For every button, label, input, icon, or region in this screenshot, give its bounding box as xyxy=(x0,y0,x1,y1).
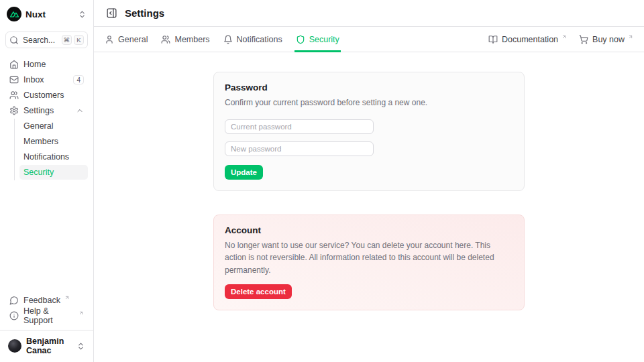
password-card: Password Confirm your current password b… xyxy=(213,72,525,191)
sidebar-item-label: Settings xyxy=(23,106,54,115)
tab-label: Notifications xyxy=(237,35,282,44)
speech-bubble-icon xyxy=(9,296,19,305)
account-card: Account No longer want to use our servic… xyxy=(213,215,525,311)
external-link-icon xyxy=(628,34,633,40)
sub-item-label: Members xyxy=(23,137,58,146)
mail-icon xyxy=(9,75,19,84)
footer-item-label: Help & Support xyxy=(23,306,74,325)
shopping-cart-icon xyxy=(579,35,588,44)
header-link-label: Buy now xyxy=(592,35,625,44)
header-links: Documentation Buy now xyxy=(488,27,633,52)
avatar xyxy=(8,339,21,353)
chevron-up-icon xyxy=(76,107,84,115)
sidebar-item-label: Customers xyxy=(23,90,64,100)
search-icon xyxy=(9,36,19,45)
users-icon xyxy=(161,35,170,44)
footer-item-label: Feedback xyxy=(23,296,60,305)
tab-security[interactable]: Security xyxy=(296,27,339,52)
shield-icon xyxy=(296,35,305,44)
house-icon xyxy=(9,60,19,69)
account-card-description: No longer want to use our service? You c… xyxy=(225,239,513,277)
settings-subnav: General Members Notifications Security xyxy=(14,119,88,180)
password-card-title: Password xyxy=(225,82,513,93)
new-password-field[interactable] xyxy=(225,141,374,156)
sidebar-item-general[interactable]: General xyxy=(19,119,88,133)
tab-label: General xyxy=(118,35,148,44)
kbd-cmd: ⌘ xyxy=(62,35,72,45)
update-password-button[interactable]: Update xyxy=(225,165,263,180)
collapse-sidebar-icon[interactable] xyxy=(105,7,118,20)
sidebar: Nuxt Search... ⌘ K Home xyxy=(0,0,94,362)
user-icon xyxy=(105,35,114,44)
search-input[interactable]: Search... ⌘ K xyxy=(5,32,88,48)
chevrons-up-down-icon xyxy=(78,10,87,19)
page-title: Settings xyxy=(125,7,164,19)
help-support-link[interactable]: Help & Support xyxy=(5,308,88,323)
inbox-count-badge: 4 xyxy=(73,75,84,84)
external-link-icon xyxy=(64,295,70,300)
sidebar-item-label: Inbox xyxy=(23,75,44,84)
sidebar-item-inbox[interactable]: Inbox 4 xyxy=(5,72,88,87)
sidebar-item-customers[interactable]: Customers xyxy=(5,88,88,103)
sidebar-item-home[interactable]: Home xyxy=(5,57,88,72)
user-menu[interactable]: Benjamin Canac xyxy=(5,330,88,357)
external-link-icon xyxy=(561,34,567,40)
sidebar-item-notifications[interactable]: Notifications xyxy=(19,149,88,164)
settings-security-panel: Password Confirm your current password b… xyxy=(94,52,644,362)
feedback-link[interactable]: Feedback xyxy=(5,293,88,308)
tab-general[interactable]: General xyxy=(105,27,148,52)
search-shortcut: ⌘ K xyxy=(62,35,85,45)
user-name: Benjamin Canac xyxy=(26,337,72,355)
page-header: Settings xyxy=(94,0,644,27)
sidebar-spacer xyxy=(5,180,88,293)
tab-bar: General Members Notifications Security xyxy=(94,27,644,52)
delete-account-button[interactable]: Delete account xyxy=(225,284,292,299)
tab-label: Security xyxy=(309,35,339,44)
password-card-description: Confirm your current password before set… xyxy=(225,97,513,109)
sidebar-item-label: Home xyxy=(23,60,46,69)
sidebar-item-settings[interactable]: Settings xyxy=(5,103,88,118)
nuxt-logo-icon xyxy=(7,7,21,21)
info-circle-icon xyxy=(9,311,19,320)
book-open-icon xyxy=(488,35,498,44)
team-switcher[interactable]: Nuxt xyxy=(5,5,88,21)
external-link-icon xyxy=(78,310,84,316)
sub-item-label: General xyxy=(23,121,53,131)
users-icon xyxy=(9,90,19,100)
card-stack: Password Confirm your current password b… xyxy=(213,72,525,337)
sidebar-item-members[interactable]: Members xyxy=(19,134,88,149)
gear-icon xyxy=(9,106,19,115)
sidebar-nav: Home Inbox 4 Customers Settings xyxy=(5,57,88,180)
tab-notifications[interactable]: Notifications xyxy=(223,27,282,52)
account-card-title: Account xyxy=(225,225,513,235)
buy-now-link[interactable]: Buy now xyxy=(579,35,633,44)
kbd-k: K xyxy=(74,35,84,45)
team-name: Nuxt xyxy=(25,9,46,19)
chevrons-up-down-icon xyxy=(76,342,85,351)
main-area: Settings General Members Notifications xyxy=(94,0,644,362)
search-placeholder: Search... xyxy=(23,36,55,45)
tab-members[interactable]: Members xyxy=(161,27,209,52)
sub-item-label: Security xyxy=(23,168,54,177)
bell-icon xyxy=(223,35,233,44)
tab-label: Members xyxy=(174,35,209,44)
header-link-label: Documentation xyxy=(502,35,558,44)
current-password-field[interactable] xyxy=(225,119,374,134)
sidebar-item-security[interactable]: Security xyxy=(19,165,88,180)
documentation-link[interactable]: Documentation xyxy=(488,35,567,44)
app-window: Nuxt Search... ⌘ K Home xyxy=(0,0,644,362)
sub-item-label: Notifications xyxy=(23,152,69,162)
